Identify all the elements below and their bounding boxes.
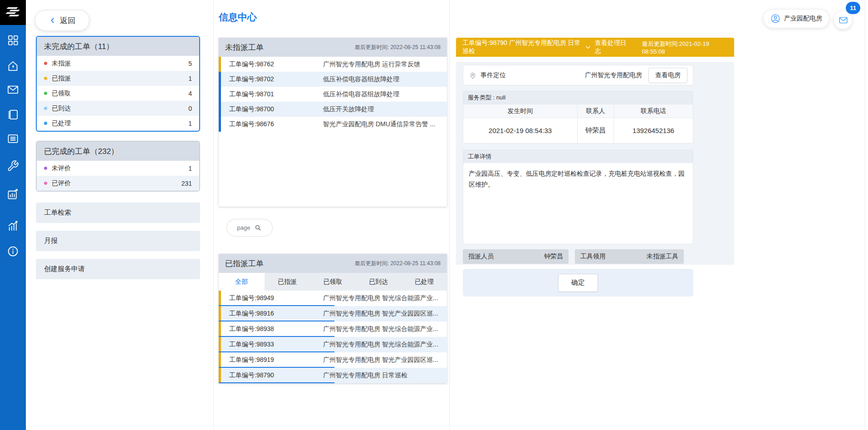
column-divider (213, 0, 214, 430)
order-desc: 广州智光专用配电房 运行异常反馈 (323, 60, 420, 69)
status-bar (219, 72, 221, 87)
tools-value: 未指派工具 (647, 252, 678, 261)
panel-title: 已指派工单 (225, 258, 264, 269)
order-detail-card: 工单详情 产业园高压、专变、低压电房定时巡检检查记录，充电桩充电站巡视检查，园区… (463, 150, 693, 244)
order-id: 工单编号:98790 (229, 371, 274, 380)
order-id: 工单编号:98919 (229, 356, 274, 364)
back-button[interactable]: 返回 (35, 10, 89, 31)
status-label: 已评价 (52, 179, 181, 188)
view-process-log-link[interactable]: 查看处理日志 (585, 39, 630, 55)
trend-chart-icon[interactable] (7, 220, 19, 232)
status-row-processed[interactable]: 已处理 1 (37, 116, 199, 131)
menu-item-order-search[interactable]: 工单检索 (36, 203, 200, 223)
order-desc: 广州智光专用配电房 智光综合能源产业... (323, 325, 438, 333)
contact-table-row: 2021-02-19 08:54:33 钟荣昌 13926452136 (463, 118, 693, 143)
tab-all[interactable]: 全部 (219, 273, 265, 291)
tab-assigned[interactable]: 已指派 (265, 273, 310, 291)
status-count: 4 (188, 90, 192, 97)
order-detail-label: 工单详情 (463, 150, 693, 163)
unassigned-orders-panel: 未指派工单 最后更新时间: 2022-08-25 11:43:08 工单编号:9… (219, 38, 447, 207)
order-detail-header: 工单编号:98790 广州智光专用配电房 日常巡检 查看处理日志 最后更新时间:… (456, 38, 734, 57)
search-icon (254, 224, 262, 232)
order-desc: 广州智光专用配电房 智光产业园园区巡... (323, 310, 438, 318)
order-row[interactable]: 工单编号:98916 广州智光专用配电房 智光产业园园区巡... (219, 306, 447, 321)
unfinished-orders-card[interactable]: 未完成的工单（11） 未指派 5 已指派 1 已领取 4 已到达 0 已处理 1 (36, 36, 200, 132)
order-row[interactable]: 工单编号:98938 广州智光专用配电房 智光综合能源产业... (219, 321, 447, 337)
finished-orders-card[interactable]: 已完成的工单（232） 未评价 1 已评价 231 (36, 141, 200, 192)
menu-item-monthly-report[interactable]: 月报 (36, 231, 200, 251)
mail-icon[interactable] (7, 84, 19, 96)
order-row[interactable]: 工单编号:98676 智光产业园配电房 DMU通信异常告警 ... (219, 117, 447, 132)
chevron-left-icon (49, 17, 56, 24)
order-row[interactable]: 工单编号:98700 低压开关故障处理 (219, 102, 447, 117)
user-account-button[interactable]: 产业园配电房 (763, 9, 829, 28)
order-id: 工单编号:98949 (229, 294, 274, 302)
confirm-button[interactable]: 确定 (558, 274, 598, 292)
tab-arrived[interactable]: 已到达 (356, 273, 402, 291)
status-dot (44, 167, 47, 170)
wrench-icon[interactable] (7, 160, 19, 172)
status-row-unassigned[interactable]: 未指派 5 (37, 56, 199, 71)
event-location-card: 事件定位 广州智光专用配电房 查看电房 (463, 65, 693, 85)
status-label: 已处理 (52, 119, 188, 128)
order-row[interactable]: 工单编号:98762 广州智光专用配电房 运行异常反馈 (219, 57, 447, 72)
envelope-icon (839, 15, 848, 25)
status-row-rated[interactable]: 已评价 231 (37, 176, 199, 191)
page-search[interactable]: page (226, 219, 273, 237)
home-icon[interactable] (7, 60, 19, 72)
status-dot (44, 122, 47, 125)
list-icon[interactable] (7, 133, 19, 145)
window-edge (865, 0, 865, 430)
report-chart-icon[interactable] (7, 188, 19, 200)
dashboard-icon[interactable] (7, 34, 19, 46)
notebook-icon[interactable] (7, 109, 19, 121)
status-row-claimed[interactable]: 已领取 4 (37, 86, 199, 101)
event-location-label: 事件定位 (481, 71, 585, 79)
tab-claimed[interactable]: 已领取 (310, 273, 356, 291)
order-row[interactable]: 工单编号:98933 广州智光专用配电房 智光综合能源产业... (219, 337, 447, 352)
order-desc: 低压补偿电容器组故障处理 (323, 90, 399, 99)
assignee-box[interactable]: 指派人员 钟荣昌 (463, 249, 569, 264)
confirm-bar: 确定 (463, 269, 693, 297)
info-icon[interactable] (7, 245, 19, 257)
col-occurrence-time: 发生时间 (463, 104, 577, 118)
last-updated: 最后更新时间: 2022-08-25 11:43:08 (355, 260, 441, 267)
status-bar (219, 117, 221, 132)
order-id: 工单编号:98701 (229, 90, 274, 99)
unread-count-badge: 11 (846, 2, 860, 14)
status-count: 231 (181, 180, 192, 187)
contact-person-value: 钟荣昌 (577, 118, 613, 143)
tools-box[interactable]: 工具领用 未指派工具 (575, 249, 684, 264)
view-power-room-button[interactable]: 查看电房 (648, 68, 687, 83)
status-row-arrived[interactable]: 已到达 0 (37, 101, 199, 116)
status-label: 未评价 (52, 164, 188, 173)
status-label: 已领取 (52, 89, 188, 98)
event-location-value: 广州智光专用配电房 (585, 71, 642, 79)
status-label: 未指派 (52, 59, 188, 68)
col-contact-person: 联系人 (577, 104, 613, 118)
order-row[interactable]: 工单编号:98919 广州智光专用配电房 智光产业园园区巡... (219, 352, 447, 368)
order-row[interactable]: 工单编号:98702 低压补偿电容器组故障处理 (219, 72, 447, 87)
status-bar (219, 102, 221, 117)
order-desc: 广州智光专用配电房 智光综合能源产业... (323, 294, 438, 302)
order-id: 工单编号:98933 (229, 341, 274, 349)
order-desc: 低压开关故障处理 (323, 105, 374, 114)
order-row[interactable]: 工单编号:98949 广州智光专用配电房 智光综合能源产业... (219, 291, 447, 306)
assignee-value: 钟荣昌 (544, 252, 563, 261)
order-row-selected[interactable]: 工单编号:98790 广州智光专用配电房 日常巡检 (219, 368, 447, 383)
status-row-assigned[interactable]: 已指派 1 (37, 71, 199, 86)
status-row-unrated[interactable]: 未评价 1 (37, 161, 199, 176)
status-count: 1 (188, 75, 192, 82)
order-id: 工单编号:98700 (229, 105, 274, 114)
occurrence-time-value: 2021-02-19 08:54:33 (463, 118, 577, 143)
view-log-label: 查看处理日志 (595, 39, 630, 55)
menu-item-create-service-request[interactable]: 创建服务申请 (36, 259, 200, 279)
order-row[interactable]: 工单编号:98701 低压补偿电容器组故障处理 (219, 87, 447, 102)
status-bar (219, 321, 221, 337)
tab-processed[interactable]: 已处理 (401, 273, 447, 291)
chevron-down-icon (585, 44, 591, 51)
assigned-panel-header: 已指派工单 最后更新时间: 2022-08-25 11:43:08 (219, 254, 447, 273)
assigned-orders-panel: 已指派工单 最后更新时间: 2022-08-25 11:43:08 全部 已指派… (219, 254, 447, 383)
contact-phone-value: 13926452136 (613, 118, 693, 143)
order-desc: 智光产业园配电房 DMU通信异常告警 ... (323, 120, 435, 129)
